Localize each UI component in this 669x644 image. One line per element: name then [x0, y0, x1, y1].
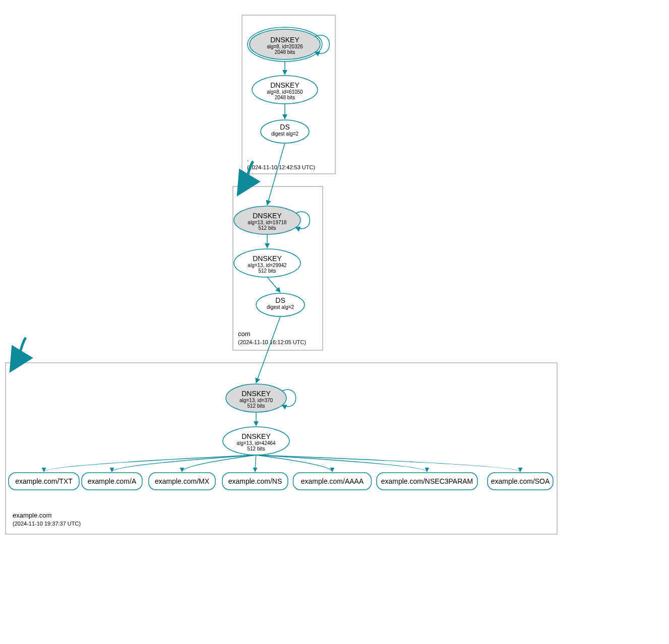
- rrset-label: example.com/TXT: [15, 477, 73, 485]
- node-title: DS: [280, 123, 289, 131]
- node-detail: digest alg=2: [267, 304, 294, 310]
- node-detail: digest alg=2: [271, 131, 299, 137]
- rrset-label: example.com/AAAA: [301, 477, 364, 485]
- dnskey-node: DNSKEYalg=8, id=203262048 bits: [248, 27, 329, 61]
- rrset-label: example.com/SOA: [491, 477, 550, 485]
- node-title: DNSKEY: [253, 212, 282, 220]
- rrset-label: example.com/A: [88, 477, 137, 485]
- node-detail: 2048 bits: [275, 95, 295, 100]
- node-title: DNSKEY: [253, 254, 282, 263]
- rrset-label: example.com/MX: [155, 477, 210, 485]
- node-detail: 512 bits: [247, 446, 265, 452]
- ds-to-dnskey-edge: [256, 316, 280, 383]
- zone-name: example.com: [13, 511, 51, 519]
- rrsig-edge: [255, 455, 256, 472]
- dnskey-node: DNSKEYalg=8, id=610502048 bits: [252, 76, 318, 104]
- node-title: DNSKEY: [241, 432, 271, 440]
- zone-timestamp: (2024-11-10 12:42:53 UTC): [247, 164, 315, 170]
- node-title: DNSKEY: [270, 81, 299, 89]
- dnskey-node: DNSKEYalg=13, id=370512 bits: [226, 384, 296, 412]
- dnskey-node: DSdigest alg=2: [256, 293, 305, 316]
- node-detail: 512 bits: [247, 403, 265, 409]
- node-detail: 512 bits: [258, 225, 276, 231]
- node-detail: 512 bits: [258, 268, 276, 274]
- node-title: DS: [275, 296, 285, 304]
- rrsig-edge: [256, 455, 427, 472]
- dnskey-node: DNSKEYalg=13, id=42464512 bits: [223, 427, 289, 455]
- node-detail: 2048 bits: [275, 49, 295, 55]
- dnskey-node: DSdigest alg=2: [261, 120, 309, 143]
- zone-timestamp: (2024-11-10 19:37:37 UTC): [13, 521, 81, 527]
- dnssec-diagram: .(2024-11-10 12:42:53 UTC)com(2024-11-10…: [0, 0, 669, 644]
- node-detail: alg=13, id=370: [239, 398, 273, 403]
- edge: [267, 277, 280, 292]
- node-detail: alg=13, id=42464: [236, 440, 276, 446]
- node-detail: alg=8, id=20326: [267, 44, 303, 49]
- dnskey-node: DNSKEYalg=13, id=19718512 bits: [234, 206, 310, 234]
- zone-name: .: [247, 155, 249, 163]
- node-title: DNSKEY: [270, 36, 299, 44]
- node-detail: alg=8, id=61050: [267, 89, 303, 95]
- dnskey-node: DNSKEYalg=13, id=29942512 bits: [234, 249, 300, 277]
- zone-name: com: [238, 330, 251, 338]
- node-title: DNSKEY: [241, 390, 271, 398]
- node-detail: alg=13, id=19718: [248, 220, 287, 225]
- rrset-label: example.com/NSEC3PARAM: [381, 477, 473, 485]
- zone-delegation-edge: [15, 338, 26, 364]
- rrset-label: example.com/NS: [228, 477, 282, 485]
- node-detail: alg=13, id=29942: [248, 263, 287, 268]
